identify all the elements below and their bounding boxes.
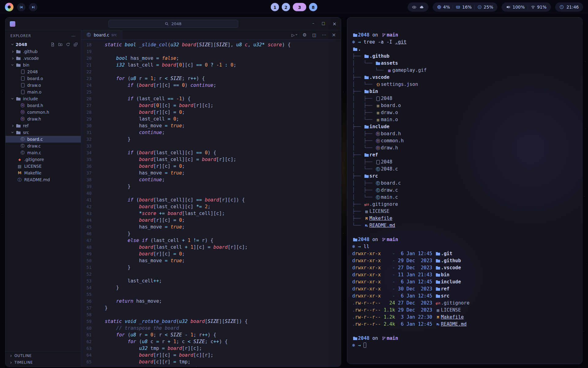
explorer-item-src[interactable]: src <box>6 129 81 136</box>
code-line[interactable]: 28 board[r][c] = 0; <box>81 109 341 116</box>
explorer-item-draw.c[interactable]: draw.c <box>6 143 81 149</box>
code-line[interactable]: 23 for (u8 r = 1; r < SIZE; r++) { <box>81 75 341 82</box>
refresh-icon[interactable] <box>66 42 70 47</box>
explorer-item-include[interactable]: include <box>6 95 81 102</box>
explorer-item-2048[interactable]: 2048 <box>6 68 81 75</box>
code-line[interactable]: 33 <box>81 143 341 149</box>
code-line[interactable]: 39 } <box>81 183 341 190</box>
code-line[interactable]: 61 for (u8 r = 0; r < SIZE - 1; r++) { <box>81 332 341 338</box>
code-line[interactable]: 43 *score += board[last_cell][c]; <box>81 210 341 217</box>
code-line[interactable]: 41 if (board[last_cell][c] == board[r][c… <box>81 197 341 203</box>
code-line[interactable]: 49 board[r][c] = 0; <box>81 251 341 257</box>
system-stats-widget[interactable]: 4% 16% 25% <box>433 2 497 12</box>
tab-board-c[interactable]: board.c src <box>81 30 122 39</box>
code-line[interactable]: 55 <box>81 291 341 298</box>
code-line[interactable]: 21 i32 last_cell = board[0][c] == 0 ? -1… <box>81 62 341 68</box>
more-actions-icon[interactable] <box>322 32 326 38</box>
collapse-all-icon[interactable] <box>74 42 78 47</box>
minimize-button[interactable] <box>312 21 315 27</box>
code-line[interactable]: 56 return has_move; <box>81 298 341 305</box>
code-line[interactable]: 65 board[c][r] = tmp; <box>81 358 341 365</box>
explorer-item-main.c[interactable]: main.c <box>6 149 81 156</box>
code-lines[interactable]: 18static bool _slide_col(u32 board[SIZE]… <box>81 40 341 366</box>
code-line[interactable]: 34 if (board[last_cell][c] == 0) { <box>81 149 341 156</box>
code-line[interactable]: 22 <box>81 68 341 75</box>
explorer-item-board.o[interactable]: board.o <box>6 75 81 82</box>
audio-network-widget[interactable]: 100% 91% <box>502 2 551 12</box>
explorer-item-draw.h[interactable]: draw.h <box>6 116 81 122</box>
explorer-item-Makefile[interactable]: Makefile <box>6 170 81 176</box>
outline-panel-header[interactable]: OUTLINE <box>6 352 81 359</box>
code-line[interactable]: 44 board[r][c] = 0; <box>81 217 341 224</box>
code-line[interactable]: 48 board[last_cell + 1][c] = board[r][c]… <box>81 244 341 251</box>
terminal-output[interactable]: 2048 on main❄ → tree -a -I .git.├── .git… <box>347 17 582 364</box>
code-line[interactable]: 31 continue; <box>81 129 341 136</box>
code-line[interactable]: 60 // transpose the board <box>81 325 341 332</box>
split-editor-icon[interactable] <box>312 33 316 37</box>
close-window-button[interactable] <box>333 21 337 27</box>
code-line[interactable]: 47 else if (last_cell + 1 != r) { <box>81 237 341 244</box>
explorer-item-.gitignore[interactable]: .gitignore <box>6 156 81 163</box>
code-line[interactable]: 62 for (u8 c = r + 1; c < SIZE; c++) { <box>81 338 341 345</box>
explorer-more-actions-icon[interactable] <box>71 33 76 38</box>
code-line[interactable]: 45 has_move = true; <box>81 224 341 230</box>
timeline-panel-header[interactable]: TIMELINE <box>6 359 81 366</box>
code-line[interactable]: 63 u32 tmp = board[r][c]; <box>81 345 341 352</box>
explorer-item-main.o[interactable]: main.o <box>6 89 81 95</box>
code-line[interactable]: 18static bool _slide_col(u32 board[SIZE]… <box>81 41 341 48</box>
explorer-item-board.c[interactable]: board.c <box>6 136 81 143</box>
code-line[interactable]: 26 if (last_cell == -1) { <box>81 95 341 102</box>
media-next-button[interactable] <box>29 3 37 11</box>
workspace-8[interactable]: 8 <box>309 3 317 11</box>
terminal-cursor[interactable] <box>364 343 366 348</box>
run-code-button[interactable] <box>292 33 297 37</box>
code-line[interactable]: 51 } <box>81 264 341 271</box>
code-line[interactable]: 42 board[last_cell][c] *= 2; <box>81 203 341 210</box>
close-editor-icon[interactable] <box>332 32 336 38</box>
code-line[interactable]: 38 continue; <box>81 176 341 183</box>
explorer-root-folder[interactable]: 2048 <box>6 41 81 48</box>
code-line[interactable]: 35 board[last_cell][c] = board[r][c]; <box>81 156 341 163</box>
explorer-item-LICENSE[interactable]: LICENSE <box>6 163 81 170</box>
code-line[interactable]: 27 board[0][c] = board[r][c]; <box>81 102 341 109</box>
code-line[interactable]: 20 bool has_move = false; <box>81 55 341 62</box>
explorer-item-draw.o[interactable]: draw.o <box>6 82 81 89</box>
code-line[interactable]: 52 <box>81 271 341 278</box>
code-line[interactable]: 36 board[r][c] = 0; <box>81 163 341 170</box>
explorer-item-ref[interactable]: ref <box>6 122 81 129</box>
explorer-item-.vscode[interactable]: .vscode <box>6 55 81 62</box>
code-line[interactable]: 25 <box>81 89 341 95</box>
explorer-item-bin[interactable]: bin <box>6 62 81 68</box>
code-line[interactable]: 54 } <box>81 284 341 291</box>
code-line[interactable]: 32 } <box>81 136 341 143</box>
explorer-item-README.md[interactable]: README.md <box>6 176 81 183</box>
code-line[interactable]: 46 } <box>81 230 341 237</box>
code-line[interactable]: 24 if (board[r][c] == 0) continue; <box>81 82 341 89</box>
new-folder-icon[interactable] <box>58 42 62 47</box>
media-prev-button[interactable] <box>17 3 25 11</box>
code-line[interactable]: 59static void _rotate_board(u32 board[SI… <box>81 318 341 325</box>
explorer-item-board.h[interactable]: board.h <box>6 102 81 109</box>
explorer-item-.github[interactable]: .github <box>6 48 81 55</box>
code-line[interactable]: 30 has_move = true; <box>81 122 341 129</box>
code-line[interactable]: 53 last_cell++; <box>81 278 341 284</box>
code-line[interactable]: 19 <box>81 48 341 55</box>
code-line[interactable]: 37 has_move = true; <box>81 170 341 176</box>
code-line[interactable]: 29 last_cell = 0; <box>81 116 341 122</box>
settings-gear-icon[interactable] <box>303 32 307 38</box>
workspace-2[interactable]: 2 <box>282 3 290 11</box>
weather-widget[interactable] <box>408 2 428 12</box>
code-line[interactable]: 58 <box>81 311 341 318</box>
code-line[interactable]: 64 board[r][c] = board[c][r]; <box>81 352 341 358</box>
command-search-input[interactable]: 2048 <box>108 20 238 28</box>
launcher-icon[interactable] <box>5 3 13 11</box>
explorer-item-common.h[interactable]: common.h <box>6 109 81 116</box>
code-line[interactable]: 40 <box>81 190 341 197</box>
code-line[interactable]: 50 has_move = true; <box>81 257 341 264</box>
workspace-1[interactable]: 1 <box>271 3 279 11</box>
clock-widget[interactable]: 21:46 <box>555 2 583 12</box>
maximize-button[interactable] <box>322 21 325 27</box>
code-line[interactable]: 57} <box>81 305 341 311</box>
new-file-icon[interactable] <box>51 42 55 47</box>
workspace-3-active[interactable]: 3 <box>293 3 306 11</box>
